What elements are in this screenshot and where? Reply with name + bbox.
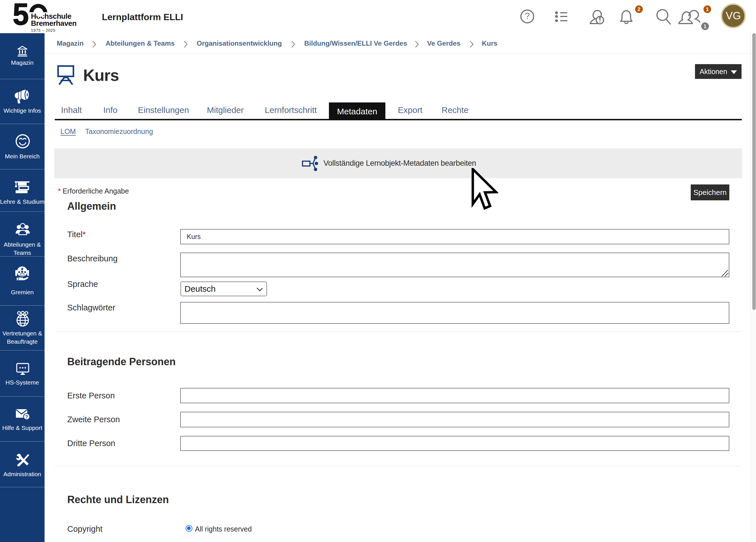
svg-text:?: ? (525, 11, 530, 21)
svg-text:?: ? (25, 414, 28, 420)
